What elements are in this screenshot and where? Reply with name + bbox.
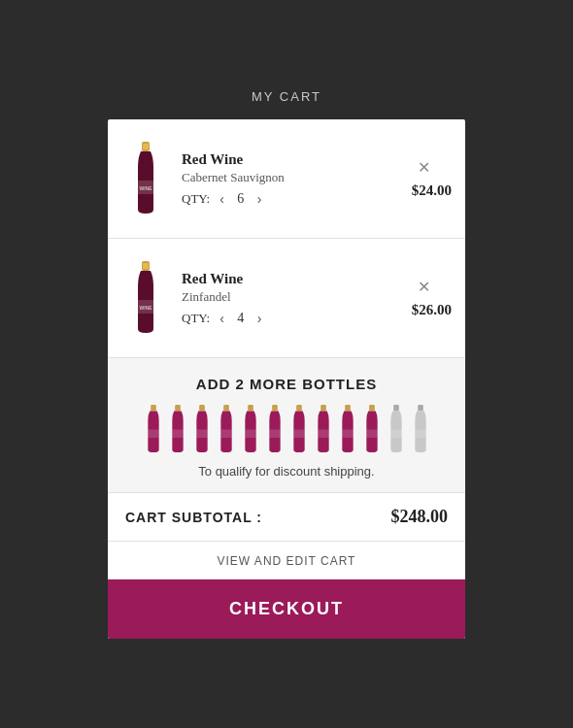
svg-rect-10 <box>175 405 181 412</box>
qty-decrease-2[interactable]: ‹ <box>218 311 226 326</box>
qty-increase-2[interactable]: › <box>255 311 264 326</box>
bottle-icon <box>216 404 237 454</box>
subtotal-value: $248.00 <box>391 507 449 527</box>
item-price-1: $24.00 <box>412 182 452 199</box>
svg-rect-26 <box>369 405 375 412</box>
qty-increase-1[interactable]: › <box>255 191 264 207</box>
svg-rect-5 <box>143 263 149 269</box>
checkout-button[interactable]: CHECKOUT <box>108 579 465 639</box>
bottle-icon <box>288 404 310 454</box>
svg-rect-31 <box>415 429 425 438</box>
svg-rect-22 <box>320 405 326 412</box>
svg-rect-15 <box>220 429 231 438</box>
item-price-2: $26.00 <box>412 302 452 318</box>
svg-rect-17 <box>245 429 255 438</box>
svg-rect-14 <box>223 405 229 412</box>
item-image-1: WINE <box>121 135 170 222</box>
bottle-icon <box>191 404 213 454</box>
bottle-icon <box>167 404 188 454</box>
qty-value-2: 4 <box>234 311 248 326</box>
item-image-2: WINE <box>121 254 170 342</box>
cart-title: MY CART <box>108 89 465 104</box>
svg-rect-24 <box>345 405 351 412</box>
svg-rect-29 <box>390 429 401 438</box>
cart-body: WINE Red Wine Cabernet Sauvignon QTY: ‹ … <box>108 119 465 639</box>
item-right-2: ✕ $26.00 <box>412 278 452 318</box>
bottle-icon <box>264 404 286 454</box>
svg-rect-21 <box>293 429 304 438</box>
item-subtype-1: Cabernet Sauvignon <box>182 170 400 185</box>
svg-rect-25 <box>342 429 353 438</box>
qty-label-2: QTY: <box>182 311 210 326</box>
svg-rect-16 <box>248 405 253 412</box>
svg-text:WINE: WINE <box>139 305 152 311</box>
bottle-icon <box>143 404 164 454</box>
svg-rect-28 <box>393 405 399 412</box>
item-name-1: Red Wine <box>182 151 400 168</box>
item-subtype-2: Zinfandel <box>182 289 400 305</box>
item-details-1: Red Wine Cabernet Sauvignon QTY: ‹ 6 › <box>182 151 400 207</box>
svg-rect-27 <box>366 429 377 438</box>
svg-rect-8 <box>151 405 156 412</box>
svg-rect-30 <box>418 405 423 412</box>
svg-rect-13 <box>196 429 207 438</box>
view-cart-section: VIEW AND EDIT CART <box>108 542 465 579</box>
qty-label-1: QTY: <box>182 191 210 207</box>
cart-item-2: WINE Red Wine Zinfandel QTY: ‹ 4 › ✕ $26… <box>108 239 465 358</box>
bottle-icon <box>386 404 407 454</box>
qty-value-1: 6 <box>234 191 248 207</box>
svg-rect-19 <box>269 429 280 438</box>
svg-text:WINE: WINE <box>139 185 152 191</box>
svg-rect-23 <box>318 429 328 438</box>
bottle-icon <box>240 404 261 454</box>
bottle-icon <box>361 404 383 454</box>
bottle-icon <box>337 404 358 454</box>
item-qty-row-1: QTY: ‹ 6 › <box>182 191 400 207</box>
subtotal-section: CART SUBTOTAL : $248.00 <box>108 493 465 542</box>
qty-decrease-1[interactable]: ‹ <box>218 191 226 207</box>
discount-text: To qualify for discount shipping. <box>121 464 452 479</box>
bottle-icon <box>313 404 334 454</box>
svg-rect-11 <box>172 429 183 438</box>
bottles-row <box>121 404 452 454</box>
item-details-2: Red Wine Zinfandel QTY: ‹ 4 › <box>182 271 400 326</box>
view-cart-link[interactable]: VIEW AND EDIT CART <box>218 554 356 568</box>
bottle-icon <box>410 404 431 454</box>
svg-rect-9 <box>148 429 158 438</box>
item-remove-1[interactable]: ✕ <box>418 158 430 177</box>
discount-title: ADD 2 MORE BOTTLES <box>121 376 452 392</box>
svg-rect-1 <box>143 144 149 149</box>
item-qty-row-2: QTY: ‹ 4 › <box>182 311 400 326</box>
svg-rect-12 <box>199 405 205 412</box>
discount-section: ADD 2 MORE BOTTLES <box>108 358 465 493</box>
cart-item: WINE Red Wine Cabernet Sauvignon QTY: ‹ … <box>108 119 465 239</box>
item-remove-2[interactable]: ✕ <box>418 278 430 296</box>
subtotal-label: CART SUBTOTAL : <box>125 510 262 525</box>
svg-rect-18 <box>272 405 278 412</box>
cart-panel: MY CART WINE Red Wine Cabernet Sauvignon… <box>92 70 481 658</box>
item-name-2: Red Wine <box>182 271 400 287</box>
svg-rect-20 <box>296 405 302 412</box>
item-right-1: ✕ $24.00 <box>412 158 452 199</box>
